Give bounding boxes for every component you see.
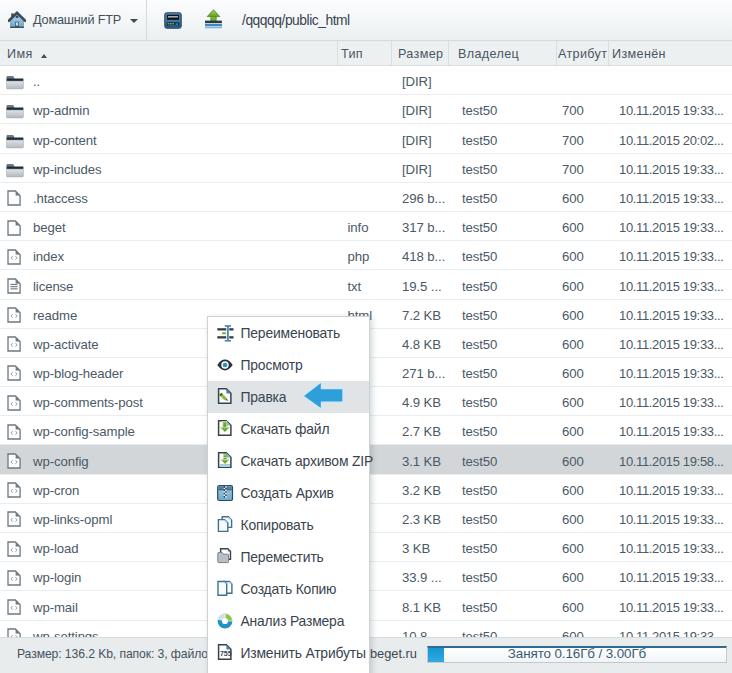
- svg-text:755: 755: [220, 650, 232, 657]
